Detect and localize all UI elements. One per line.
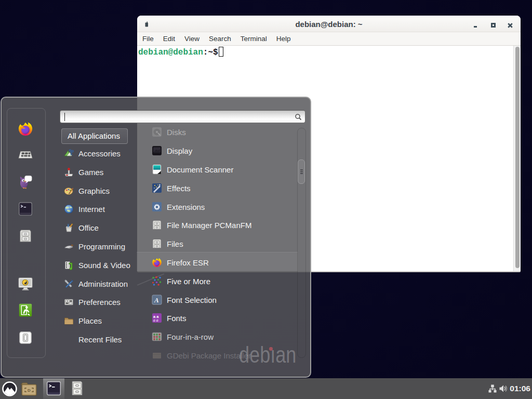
svg-text:a a: a a bbox=[153, 318, 158, 323]
svg-text:A: A bbox=[154, 296, 159, 304]
svg-text:D: D bbox=[28, 388, 31, 393]
